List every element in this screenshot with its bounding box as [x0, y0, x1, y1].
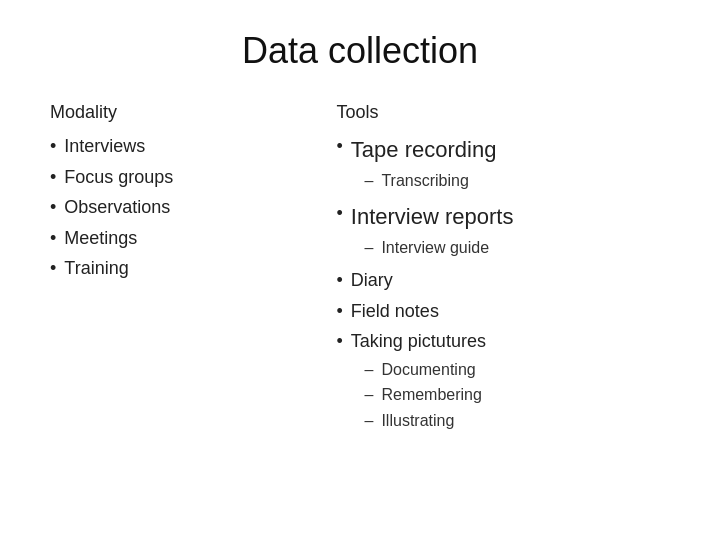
tape-sublist: Transcribing [365, 168, 670, 194]
sub-list-item: Remembering [365, 382, 670, 408]
modality-header: Modality [50, 102, 307, 123]
left-column: Modality Interviews Focus groups Observa… [50, 102, 327, 510]
page-title: Data collection [50, 30, 670, 72]
pictutures-sublist: Documenting Remembering Illustrating [365, 357, 670, 434]
list-item-fieldnotes: Field notes [337, 296, 670, 327]
tools-list: Tape recording [337, 131, 670, 168]
list-item: Observations [50, 192, 307, 223]
tape-recording-label: Tape recording [351, 131, 497, 168]
interview-reports-label: Interview reports [351, 198, 514, 235]
list-item: Interviews [50, 131, 307, 162]
sub-list-item: Transcribing [365, 168, 670, 194]
interview-sublist: Interview guide [365, 235, 670, 261]
slide: Data collection Modality Interviews Focu… [0, 0, 720, 540]
list-item: Training [50, 253, 307, 284]
modality-list: Interviews Focus groups Observations Mee… [50, 131, 307, 284]
list-item-tape: Tape recording [337, 131, 670, 168]
sub-list-item: Interview guide [365, 235, 670, 261]
sub-list-item: Illustrating [365, 408, 670, 434]
content-area: Modality Interviews Focus groups Observa… [50, 102, 670, 510]
list-item: Focus groups [50, 162, 307, 193]
list-item-diary: Diary [337, 265, 670, 296]
list-item-interview: Interview reports [337, 198, 670, 235]
tools-header: Tools [337, 102, 670, 123]
list-item-pictutures: Taking pictutures [337, 326, 670, 357]
right-column: Tools Tape recording Transcribing Interv… [327, 102, 670, 510]
list-item: Meetings [50, 223, 307, 254]
sub-list-item: Documenting [365, 357, 670, 383]
